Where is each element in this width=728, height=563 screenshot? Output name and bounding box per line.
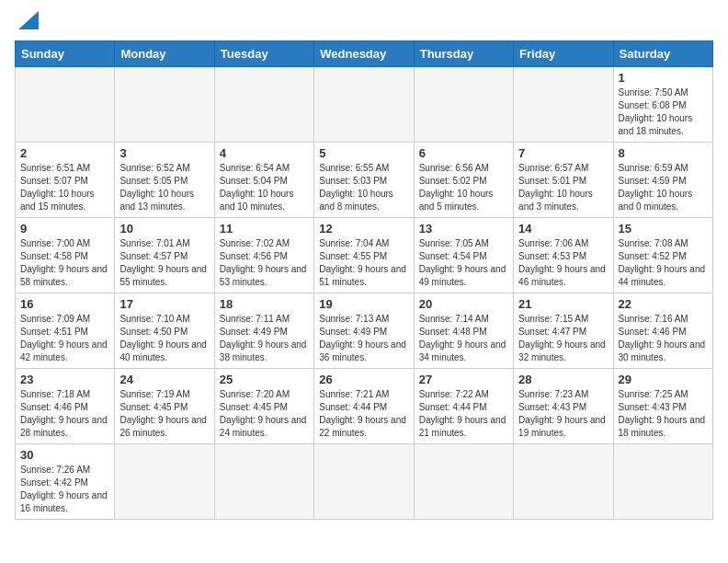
day-info: Sunrise: 6:52 AM Sunset: 5:05 PM Dayligh… (119, 162, 209, 213)
svg-marker-0 (18, 11, 39, 29)
calendar-cell (613, 444, 712, 520)
calendar-cell: 14Sunrise: 7:06 AM Sunset: 4:53 PM Dayli… (514, 218, 613, 293)
calendar-cell: 29Sunrise: 7:25 AM Sunset: 4:43 PM Dayli… (613, 369, 712, 444)
day-number: 4 (220, 146, 309, 160)
day-info: Sunrise: 6:56 AM Sunset: 5:02 PM Dayligh… (419, 162, 508, 213)
calendar-cell: 13Sunrise: 7:05 AM Sunset: 4:54 PM Dayli… (414, 218, 513, 293)
weekday-header: Monday (115, 41, 214, 67)
calendar-cell: 10Sunrise: 7:01 AM Sunset: 4:57 PM Dayli… (115, 218, 214, 293)
calendar-cell: 5Sunrise: 6:55 AM Sunset: 5:03 PM Daylig… (314, 143, 414, 218)
calendar-cell (115, 67, 214, 143)
calendar-cell: 16Sunrise: 7:09 AM Sunset: 4:51 PM Dayli… (16, 293, 115, 369)
day-info: Sunrise: 7:21 AM Sunset: 4:44 PM Dayligh… (319, 388, 408, 440)
calendar-cell: 11Sunrise: 7:02 AM Sunset: 4:56 PM Dayli… (214, 218, 313, 293)
calendar-cell: 25Sunrise: 7:20 AM Sunset: 4:45 PM Dayli… (214, 369, 313, 444)
calendar-cell: 27Sunrise: 7:22 AM Sunset: 4:44 PM Dayli… (414, 369, 513, 444)
day-number: 15 (619, 222, 708, 236)
day-number: 14 (518, 222, 608, 236)
logo (15, 15, 39, 33)
day-number: 24 (119, 373, 209, 386)
calendar-cell: 2Sunrise: 6:51 AM Sunset: 5:07 PM Daylig… (16, 143, 115, 218)
day-info: Sunrise: 7:04 AM Sunset: 4:55 PM Dayligh… (319, 237, 408, 289)
day-number: 5 (319, 146, 408, 160)
day-info: Sunrise: 7:10 AM Sunset: 4:50 PM Dayligh… (119, 313, 209, 364)
calendar-cell: 3Sunrise: 6:52 AM Sunset: 5:05 PM Daylig… (115, 143, 214, 218)
calendar-cell: 22Sunrise: 7:16 AM Sunset: 4:46 PM Dayli… (613, 293, 712, 369)
calendar-cell: 24Sunrise: 7:19 AM Sunset: 4:45 PM Dayli… (115, 369, 214, 444)
day-number: 1 (619, 71, 708, 85)
calendar-cell: 12Sunrise: 7:04 AM Sunset: 4:55 PM Dayli… (314, 218, 414, 293)
day-number: 18 (220, 297, 309, 311)
calendar-cell (214, 444, 313, 520)
day-info: Sunrise: 7:18 AM Sunset: 4:46 PM Dayligh… (20, 388, 109, 440)
day-info: Sunrise: 6:55 AM Sunset: 5:03 PM Dayligh… (319, 162, 408, 213)
calendar-cell (314, 67, 414, 143)
day-info: Sunrise: 7:23 AM Sunset: 4:43 PM Dayligh… (518, 388, 608, 440)
calendar-cell (16, 67, 115, 143)
day-number: 19 (319, 297, 408, 311)
day-number: 3 (119, 146, 209, 160)
day-number: 29 (619, 373, 708, 386)
calendar-cell: 19Sunrise: 7:13 AM Sunset: 4:49 PM Dayli… (314, 293, 414, 369)
calendar-cell: 6Sunrise: 6:56 AM Sunset: 5:02 PM Daylig… (414, 143, 513, 218)
day-info: Sunrise: 7:26 AM Sunset: 4:42 PM Dayligh… (20, 464, 109, 515)
logo-triangle-icon (18, 11, 39, 33)
day-number: 9 (20, 222, 109, 236)
day-info: Sunrise: 7:25 AM Sunset: 4:43 PM Dayligh… (619, 388, 708, 440)
day-info: Sunrise: 7:14 AM Sunset: 4:48 PM Dayligh… (419, 313, 508, 364)
page-header (15, 15, 713, 33)
calendar-cell: 20Sunrise: 7:14 AM Sunset: 4:48 PM Dayli… (414, 293, 513, 369)
calendar-cell: 18Sunrise: 7:11 AM Sunset: 4:49 PM Dayli… (214, 293, 313, 369)
calendar-cell: 9Sunrise: 7:00 AM Sunset: 4:58 PM Daylig… (16, 218, 115, 293)
day-info: Sunrise: 7:20 AM Sunset: 4:45 PM Dayligh… (220, 388, 309, 440)
calendar-cell: 17Sunrise: 7:10 AM Sunset: 4:50 PM Dayli… (115, 293, 214, 369)
weekday-header: Sunday (16, 41, 115, 67)
calendar-table: SundayMondayTuesdayWednesdayThursdayFrid… (15, 40, 713, 520)
calendar-cell: 15Sunrise: 7:08 AM Sunset: 4:52 PM Dayli… (613, 218, 712, 293)
calendar-cell (414, 67, 513, 143)
calendar-cell (514, 67, 613, 143)
weekday-header: Wednesday (314, 41, 414, 67)
day-info: Sunrise: 7:02 AM Sunset: 4:56 PM Dayligh… (220, 237, 309, 289)
calendar-cell (414, 444, 513, 520)
day-info: Sunrise: 7:15 AM Sunset: 4:47 PM Dayligh… (518, 313, 608, 364)
day-number: 27 (419, 373, 508, 386)
calendar-cell (214, 67, 313, 143)
day-number: 7 (518, 146, 608, 160)
weekday-header: Tuesday (214, 41, 313, 67)
calendar-cell: 4Sunrise: 6:54 AM Sunset: 5:04 PM Daylig… (214, 143, 313, 218)
calendar-cell (514, 444, 613, 520)
day-info: Sunrise: 7:00 AM Sunset: 4:58 PM Dayligh… (20, 237, 109, 289)
day-info: Sunrise: 6:54 AM Sunset: 5:04 PM Dayligh… (220, 162, 309, 213)
calendar-cell: 1Sunrise: 7:50 AM Sunset: 6:08 PM Daylig… (613, 67, 712, 143)
day-info: Sunrise: 7:06 AM Sunset: 4:53 PM Dayligh… (518, 237, 608, 289)
day-number: 10 (119, 222, 209, 236)
day-number: 13 (419, 222, 508, 236)
day-info: Sunrise: 6:59 AM Sunset: 4:59 PM Dayligh… (619, 162, 708, 213)
calendar-cell: 8Sunrise: 6:59 AM Sunset: 4:59 PM Daylig… (613, 143, 712, 218)
day-number: 20 (419, 297, 508, 311)
calendar-cell (314, 444, 414, 520)
day-number: 6 (419, 146, 508, 160)
day-number: 16 (20, 297, 109, 311)
day-number: 23 (20, 373, 109, 386)
calendar-cell: 7Sunrise: 6:57 AM Sunset: 5:01 PM Daylig… (514, 143, 613, 218)
day-number: 30 (20, 448, 109, 462)
day-number: 28 (518, 373, 608, 386)
calendar-cell: 21Sunrise: 7:15 AM Sunset: 4:47 PM Dayli… (514, 293, 613, 369)
day-number: 12 (319, 222, 408, 236)
day-number: 17 (119, 297, 209, 311)
weekday-header: Friday (514, 41, 613, 67)
day-number: 8 (619, 146, 708, 160)
calendar-cell: 23Sunrise: 7:18 AM Sunset: 4:46 PM Dayli… (16, 369, 115, 444)
day-number: 22 (619, 297, 708, 311)
weekday-header: Saturday (613, 41, 712, 67)
calendar-cell: 30Sunrise: 7:26 AM Sunset: 4:42 PM Dayli… (16, 444, 115, 520)
calendar-cell: 26Sunrise: 7:21 AM Sunset: 4:44 PM Dayli… (314, 369, 414, 444)
day-info: Sunrise: 7:19 AM Sunset: 4:45 PM Dayligh… (119, 388, 209, 440)
day-number: 11 (220, 222, 309, 236)
weekday-header: Thursday (414, 41, 513, 67)
day-info: Sunrise: 7:05 AM Sunset: 4:54 PM Dayligh… (419, 237, 508, 289)
day-number: 26 (319, 373, 408, 386)
day-info: Sunrise: 7:01 AM Sunset: 4:57 PM Dayligh… (119, 237, 209, 289)
